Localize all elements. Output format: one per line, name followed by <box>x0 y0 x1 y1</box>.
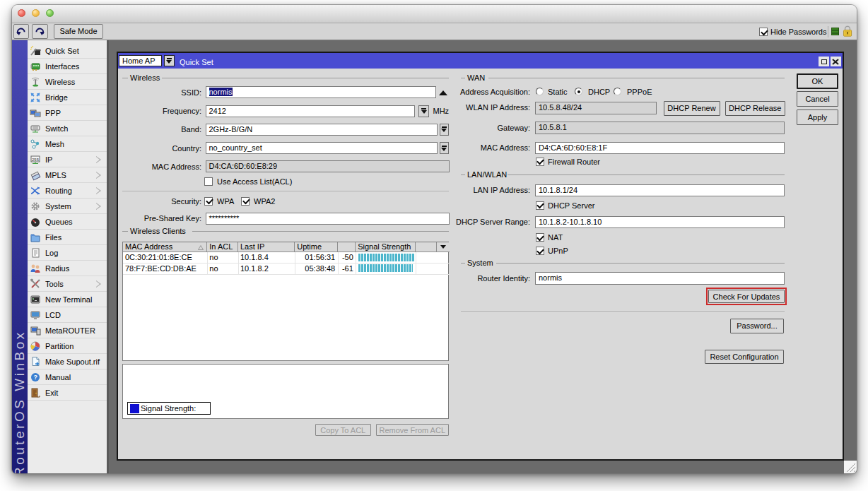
svg-text:?: ? <box>34 374 38 381</box>
svg-text:255: 255 <box>32 157 40 161</box>
